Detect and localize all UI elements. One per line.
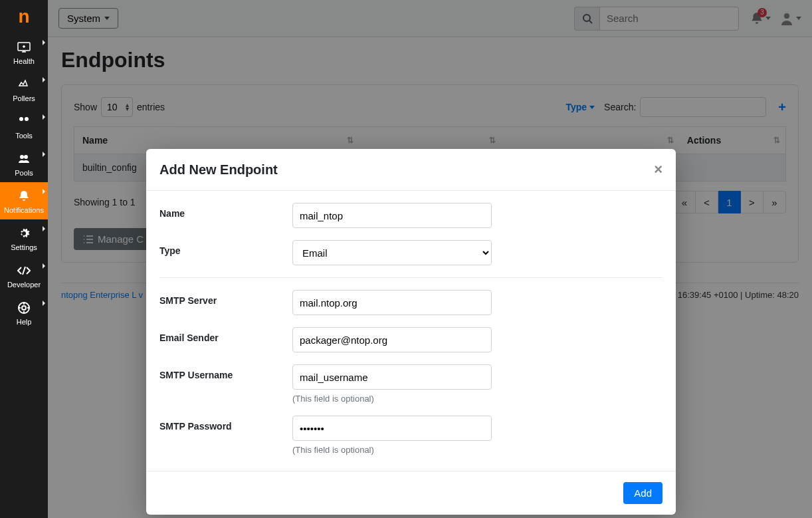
chevron-right-icon (43, 189, 45, 194)
chevron-right-icon (43, 40, 45, 45)
svg-point-4 (24, 155, 28, 159)
chevron-right-icon (43, 152, 45, 157)
sidebar-item-help[interactable]: Help (0, 294, 48, 331)
pools-icon (17, 152, 31, 166)
sidebar-item-pools[interactable]: Pools (0, 145, 48, 182)
modal-header: Add New Endpoint × (146, 149, 676, 191)
svg-point-2 (25, 117, 29, 121)
username-hint: (This field is optional) (292, 394, 493, 404)
label-smtp-username: SMTP Username (159, 364, 292, 380)
chevron-right-icon (43, 226, 45, 231)
logo[interactable]: n (0, 0, 48, 33)
svg-point-3 (20, 155, 24, 159)
sidebar-item-pollers[interactable]: Pollers (0, 70, 48, 108)
label-smtp-password: SMTP Password (159, 416, 292, 432)
modal-footer: Add (146, 471, 676, 515)
sidebar-item-label: Tools (15, 132, 33, 140)
bell-icon (19, 189, 29, 203)
chevron-right-icon (43, 263, 45, 269)
sidebar: n Health Pollers Tools Pools Notificatio (0, 0, 48, 518)
sidebar-item-label: Settings (11, 243, 37, 251)
label-type: Type (159, 240, 292, 256)
sidebar-item-label: Pollers (13, 94, 35, 102)
smtp-server-input[interactable] (292, 290, 492, 315)
code-icon (17, 263, 31, 278)
sidebar-item-settings[interactable]: Settings (0, 219, 48, 257)
sidebar-item-notifications[interactable]: Notifications (0, 182, 48, 219)
svg-point-1 (19, 117, 23, 121)
add-button[interactable]: Add (623, 482, 662, 504)
type-select[interactable]: Email (292, 240, 492, 265)
chevron-right-icon (43, 77, 45, 82)
label-smtp-server: SMTP Server (159, 290, 292, 306)
smtp-username-input[interactable] (292, 364, 492, 390)
health-icon (17, 40, 31, 55)
tools-icon (18, 114, 30, 129)
sidebar-item-label: Developer (7, 281, 41, 289)
chevron-right-icon (43, 301, 45, 306)
pollers-icon (17, 77, 31, 92)
sidebar-item-developer[interactable]: Developer (0, 257, 48, 294)
modal-body: Name Type Email SMTP Server Email Sender (146, 191, 676, 471)
help-icon (18, 301, 30, 315)
sidebar-item-label: Help (17, 318, 32, 326)
sidebar-item-label: Pools (15, 169, 33, 177)
sidebar-item-label: Notifications (4, 206, 44, 214)
smtp-password-input[interactable] (292, 416, 492, 441)
label-name: Name (159, 203, 292, 219)
gear-icon (18, 226, 30, 241)
svg-point-6 (22, 306, 26, 310)
close-icon[interactable]: × (654, 161, 662, 178)
chevron-right-icon (43, 114, 45, 120)
modal-title: Add New Endpoint (159, 162, 278, 178)
email-sender-input[interactable] (292, 327, 492, 352)
sidebar-item-health[interactable]: Health (0, 33, 48, 70)
password-hint: (This field is optional) (292, 445, 493, 455)
name-input[interactable] (292, 203, 492, 228)
add-endpoint-modal: Add New Endpoint × Name Type Email SMTP … (146, 149, 676, 515)
logo-text: n (18, 6, 29, 27)
sidebar-item-label: Health (13, 57, 35, 65)
label-email-sender: Email Sender (159, 327, 292, 343)
sidebar-item-tools[interactable]: Tools (0, 108, 48, 145)
